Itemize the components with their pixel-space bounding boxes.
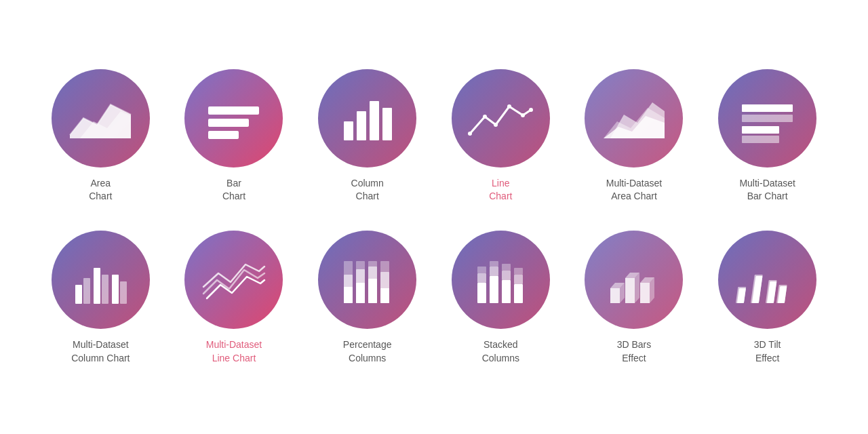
multi-dataset-column-chart-circle xyxy=(52,231,150,329)
percentage-columns-circle xyxy=(318,231,416,329)
svg-point-9 xyxy=(468,132,472,136)
area-chart-item[interactable]: AreaChart xyxy=(41,69,161,203)
stacked-columns-label: StackedColumns xyxy=(482,338,519,365)
svg-rect-18 xyxy=(742,104,793,112)
multi-dataset-column-chart-item[interactable]: Multi-DatasetColumn Chart xyxy=(41,231,161,365)
column-chart-label: ColumnChart xyxy=(351,177,384,203)
svg-rect-58 xyxy=(640,283,650,303)
column-chart-circle xyxy=(318,69,416,167)
bar-chart-label: BarChart xyxy=(222,177,245,203)
bar-chart-circle xyxy=(184,69,283,167)
chart-grid: AreaChart BarChart ColumnChart xyxy=(0,42,868,392)
multi-dataset-bar-chart-item[interactable]: Multi-DatasetBar Chart xyxy=(707,69,827,203)
svg-rect-40 xyxy=(477,283,486,303)
line-chart-item[interactable]: LineChart xyxy=(441,69,561,203)
multi-dataset-area-chart-item[interactable]: Multi-DatasetArea Chart xyxy=(574,69,694,203)
svg-rect-2 xyxy=(208,106,259,115)
multi-dataset-bar-chart-label: Multi-DatasetBar Chart xyxy=(739,177,795,203)
svg-point-14 xyxy=(529,108,533,112)
svg-rect-27 xyxy=(120,281,127,304)
stacked-columns-circle xyxy=(452,231,550,329)
svg-rect-23 xyxy=(83,278,90,304)
svg-rect-8 xyxy=(382,108,392,140)
svg-rect-21 xyxy=(742,136,779,143)
percentage-columns-item[interactable]: PercentageColumns xyxy=(307,231,427,365)
3d-tilt-effect-circle xyxy=(718,231,816,329)
svg-rect-22 xyxy=(75,285,82,304)
area-chart-circle xyxy=(52,69,150,167)
3d-tilt-effect-label: 3D TiltEffect xyxy=(754,338,781,365)
multi-dataset-bar-chart-circle xyxy=(718,69,816,167)
svg-rect-39 xyxy=(380,288,389,303)
svg-rect-26 xyxy=(112,275,119,304)
svg-rect-20 xyxy=(742,126,779,134)
area-chart-label: AreaChart xyxy=(89,177,112,203)
svg-rect-41 xyxy=(477,273,486,283)
3d-bars-effect-circle xyxy=(585,231,683,329)
svg-rect-7 xyxy=(370,101,379,140)
svg-rect-46 xyxy=(502,280,511,303)
svg-rect-55 xyxy=(625,278,635,303)
svg-rect-48 xyxy=(502,264,511,271)
svg-rect-5 xyxy=(344,121,353,140)
svg-rect-51 xyxy=(514,268,523,275)
svg-rect-3 xyxy=(208,119,249,127)
svg-point-10 xyxy=(483,115,487,119)
svg-rect-4 xyxy=(208,131,239,139)
multi-dataset-column-chart-label: Multi-DatasetColumn Chart xyxy=(71,338,130,365)
svg-rect-45 xyxy=(490,261,498,267)
svg-rect-25 xyxy=(102,275,108,304)
multi-dataset-line-chart-label: Multi-DatasetLine Chart xyxy=(206,338,262,365)
svg-rect-19 xyxy=(742,115,793,122)
multi-dataset-line-chart-circle xyxy=(184,231,283,329)
svg-rect-52 xyxy=(610,288,620,303)
stacked-columns-item[interactable]: StackedColumns xyxy=(441,231,561,365)
multi-dataset-line-chart-item[interactable]: Multi-DatasetLine Chart xyxy=(174,231,294,365)
svg-rect-30 xyxy=(344,287,353,303)
bar-chart-item[interactable]: BarChart xyxy=(174,69,294,203)
svg-point-11 xyxy=(494,123,498,127)
svg-rect-24 xyxy=(94,268,100,304)
line-chart-label: LineChart xyxy=(489,177,512,203)
svg-rect-42 xyxy=(477,267,486,273)
multi-dataset-area-chart-label: Multi-DatasetArea Chart xyxy=(606,177,662,203)
svg-point-12 xyxy=(507,104,511,108)
svg-rect-47 xyxy=(502,271,511,280)
3d-tilt-effect-item[interactable]: 3D TiltEffect xyxy=(707,231,827,365)
svg-rect-49 xyxy=(514,284,523,303)
svg-rect-44 xyxy=(490,267,498,276)
3d-bars-effect-item[interactable]: 3D BarsEffect xyxy=(574,231,694,365)
svg-rect-33 xyxy=(356,283,365,303)
svg-rect-6 xyxy=(357,111,366,140)
line-chart-circle xyxy=(452,69,550,167)
svg-point-13 xyxy=(521,113,525,117)
3d-bars-effect-label: 3D BarsEffect xyxy=(617,338,652,365)
multi-dataset-area-chart-circle xyxy=(585,69,683,167)
svg-rect-50 xyxy=(514,275,523,284)
percentage-columns-label: PercentageColumns xyxy=(343,338,392,365)
column-chart-item[interactable]: ColumnChart xyxy=(307,69,427,203)
svg-rect-43 xyxy=(490,276,498,303)
svg-rect-36 xyxy=(368,279,377,303)
